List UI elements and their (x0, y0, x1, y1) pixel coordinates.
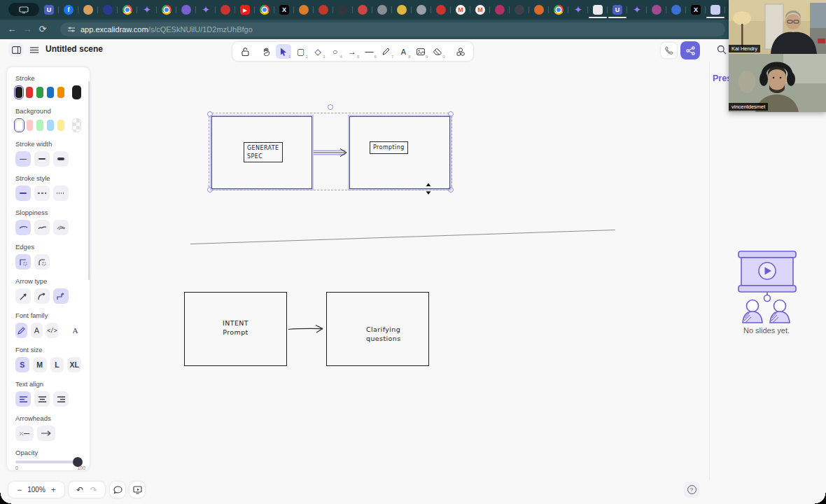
text-tool[interactable]: A8 (396, 44, 411, 59)
sloppiness-architect[interactable] (15, 220, 31, 235)
browser-tab[interactable] (353, 0, 372, 20)
stroke-width-bold[interactable] (34, 151, 50, 167)
sidebar-toggle-button[interactable] (8, 43, 24, 57)
browser-tab[interactable] (98, 0, 118, 20)
rect-clarifying-questions[interactable]: Clarifying questions (326, 292, 429, 366)
site-settings-icon[interactable] (67, 25, 76, 34)
arrow-type-elbow[interactable] (53, 288, 69, 304)
rect-generate-spec[interactable]: GENERATE SPEC (211, 116, 312, 189)
arrow-type-straight[interactable] (15, 288, 31, 304)
participant-video-2[interactable]: vincentdesmet (729, 54, 826, 112)
stroke-color-red[interactable] (26, 87, 33, 98)
prompting-text[interactable]: Prompting (370, 141, 408, 154)
font-size-l[interactable]: L (50, 357, 64, 372)
browser-tab[interactable] (216, 0, 235, 20)
bg-color-white[interactable] (15, 120, 23, 131)
rectangle-tool[interactable]: ▢2 (293, 44, 308, 59)
browser-tab[interactable]: ✦ (196, 0, 216, 20)
browser-tab[interactable]: X (686, 0, 706, 20)
align-right[interactable] (53, 391, 69, 407)
font-hand-drawn[interactable] (15, 323, 27, 338)
browser-tab[interactable]: X (274, 0, 294, 20)
canvas-line[interactable] (190, 230, 615, 244)
browser-tab[interactable]: M (451, 0, 470, 20)
sloppiness-cartoonist[interactable] (53, 220, 69, 235)
selection-rotate-handle[interactable] (328, 104, 333, 110)
browser-tab[interactable] (706, 0, 725, 20)
clarifying-questions-text[interactable]: Clarifying questions (366, 326, 401, 344)
stroke-style-dashed[interactable] (34, 186, 50, 201)
browser-tab[interactable] (118, 0, 137, 20)
bg-current-color[interactable] (72, 118, 81, 132)
tab-search-pill[interactable] (8, 3, 39, 16)
browser-tab[interactable]: f (59, 0, 78, 20)
stroke-style-dotted[interactable] (53, 186, 69, 201)
stroke-style-solid[interactable] (15, 186, 31, 201)
font-other[interactable]: A (69, 323, 81, 338)
stroke-color-black[interactable] (15, 87, 22, 98)
browser-tab[interactable] (176, 0, 196, 20)
browser-tab[interactable] (529, 0, 549, 20)
font-code[interactable]: </> (46, 323, 58, 338)
browser-tab[interactable] (157, 0, 176, 20)
reload-button[interactable]: ⟳ (36, 23, 49, 36)
rect-prompting[interactable]: Prompting (349, 116, 450, 189)
search-icon[interactable] (717, 45, 727, 57)
eraser-tool[interactable]: 0 (430, 44, 445, 59)
arrow-generate-to-prompting[interactable] (312, 146, 351, 159)
browser-tab[interactable] (392, 0, 412, 20)
presentation-button[interactable] (130, 482, 145, 498)
bg-color-green[interactable] (36, 120, 43, 131)
opacity-slider[interactable] (15, 461, 81, 463)
selection-tool[interactable]: 1 (276, 44, 291, 59)
font-normal[interactable]: A (31, 323, 43, 338)
browser-tab[interactable]: U (39, 0, 59, 20)
help-button[interactable]: ? (684, 482, 699, 498)
stroke-color-blue[interactable] (47, 87, 54, 98)
browser-tab[interactable] (647, 0, 666, 20)
browser-tab[interactable] (294, 0, 314, 20)
line-tool[interactable]: —6 (361, 44, 377, 59)
browser-tab[interactable]: U (608, 0, 627, 20)
browser-tab[interactable] (490, 0, 510, 20)
browser-tab[interactable]: ✦ (137, 0, 157, 20)
stroke-width-thin[interactable] (15, 151, 31, 167)
font-size-m[interactable]: M (33, 357, 47, 372)
undo-button[interactable]: ↶ (76, 485, 83, 495)
browser-tab[interactable]: ✦ (568, 0, 588, 20)
arrow-intent-to-clarifying[interactable] (287, 323, 326, 335)
ellipse-tool[interactable]: ○4 (327, 44, 342, 59)
voice-call-button[interactable] (661, 43, 677, 58)
browser-tab[interactable] (372, 0, 392, 20)
browser-tab[interactable] (333, 0, 353, 20)
stroke-color-green[interactable] (36, 87, 43, 98)
arrowhead-start[interactable] (15, 426, 34, 441)
font-size-xl[interactable]: XL (67, 357, 81, 372)
arrowhead-end[interactable] (37, 426, 55, 441)
bg-color-yellow[interactable] (57, 120, 64, 131)
browser-tab[interactable] (666, 0, 686, 20)
browser-tab[interactable]: ▶ (235, 0, 255, 20)
browser-tab[interactable]: ✦ (627, 0, 647, 20)
redo-button[interactable]: ↷ (90, 485, 97, 495)
browser-tab[interactable] (255, 0, 274, 20)
align-left[interactable] (15, 391, 31, 407)
arrow-tool[interactable]: →5 (344, 44, 360, 59)
browser-tab[interactable] (588, 0, 608, 20)
back-button[interactable]: ← (6, 23, 18, 36)
browser-tab[interactable] (510, 0, 529, 20)
browser-tab[interactable] (431, 0, 451, 20)
address-bar[interactable]: app.excalidraw.com/s/cQESkNUilU/1D2mzUhB… (60, 22, 725, 36)
edges-sharp[interactable] (15, 254, 31, 270)
browser-tab[interactable]: M (470, 0, 490, 20)
share-button[interactable] (680, 41, 700, 59)
intent-prompt-text[interactable]: INTENT Prompt (185, 319, 286, 337)
rect-intent-prompt[interactable]: INTENT Prompt (184, 292, 287, 366)
hand-tool[interactable] (258, 44, 274, 59)
comment-button[interactable] (110, 482, 125, 498)
zoom-in-button[interactable]: + (51, 485, 56, 495)
zoom-level[interactable]: 100% (27, 486, 46, 493)
sloppiness-artist[interactable] (34, 220, 50, 235)
image-tool[interactable]: 9 (413, 44, 428, 59)
menu-button[interactable] (27, 43, 41, 57)
